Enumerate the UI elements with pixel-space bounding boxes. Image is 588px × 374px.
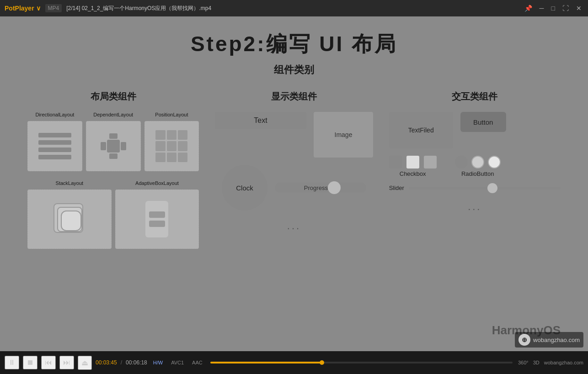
codec-badge: AVC1 [169,359,186,366]
bottom-controls: ⏸ ⏹ ⏮ ⏭ ⏏ 00:03:45 / 00:06:18 H/W AVC1 A… [0,351,588,374]
progress-thumb-bottom [320,360,324,365]
progress-thumb [328,181,341,194]
columns: 布局类组件 DirectionalLayout DependentLayout … [27,90,561,249]
dependent-label: DependentLayout [86,112,141,117]
progress-component: ProgressBar [275,183,366,193]
hw-badge: H/W [151,359,165,366]
dependent-layout-box [86,121,141,171]
bottom-right: 360° 3D wobangzhao.com [518,360,583,365]
section-title: 组件类别 [27,63,561,77]
text-component: Text [215,112,306,129]
wobang-icon: ⊕ [519,334,530,346]
interactive-ellipsis: ··· [468,203,481,215]
right-text3: wobangzhao.com [544,360,583,365]
textfield-component: TextFiled [389,112,453,148]
eject-button[interactable]: ⏏ [78,356,92,370]
time-separator: / [121,359,122,366]
audio-badge: AAC [190,359,205,366]
total-time: 00:06:18 [126,359,147,366]
radio-dark [455,156,468,169]
stop-button[interactable]: ⏹ [23,356,37,369]
right-text1: 360° [518,360,529,365]
radio-light [471,156,484,169]
main-title: Step2:编写 UI 布局 [27,30,561,58]
fullscreen-button[interactable]: ⛶ [561,4,571,13]
close-button[interactable]: ✕ [574,4,583,13]
button-component: Button [460,112,506,132]
text-image-row: Text Image [215,112,373,158]
app-name: PotPlayer [5,5,34,12]
window-controls: 📌 ─ □ ⛶ ✕ [523,4,583,13]
play-pause-button[interactable]: ⏸ [5,356,19,369]
radio-label: RadioButton [461,170,494,177]
dropdown-arrow: ∨ [36,5,41,12]
wobang-text: wobangzhao.com [533,337,580,343]
checkbox-row [389,156,437,169]
adaptive-label: AdaptiveBoxLayout [135,180,179,186]
checkbox-label: Checkbox [400,170,426,177]
title-bar: PotPlayer ∨ MP4 [2/14] 02_1_2_编写一个Harmon… [0,0,588,16]
layout-top-row [27,121,199,171]
checkbox-radio-row: Checkbox RadioButton [389,156,501,177]
clock-progress-row: Clock ProgressBar [222,165,366,211]
slide-content: Step2:编写 UI 布局 组件类别 布局类组件 DirectionalLay… [0,16,588,351]
layout-col-title: 布局类组件 [27,90,199,103]
position-layout-box [144,121,199,171]
filename: [2/14] 02_1_2_编写一个HarmonyOS应用（我帮找网）.mp4 [66,5,518,12]
stack-label: StackLayout [56,180,84,186]
radio-group: RadioButton [455,156,501,177]
slider-track [409,187,561,190]
progress-fill [210,362,322,363]
directional-layout-box [27,121,82,171]
image-component: Image [314,112,373,158]
app-logo[interactable]: PotPlayer ∨ [5,5,41,12]
video-area[interactable]: Step2:编写 UI 布局 组件类别 布局类组件 DirectionalLay… [0,16,588,351]
display-components: Text Image Clock ProgressBar ··· [208,112,380,234]
textfield-button-row: TextFiled Button [389,112,506,148]
checkbox-dark [389,156,402,169]
stack-layout-box [27,190,112,249]
checkbox-mid [424,156,437,169]
interactive-column: 交互类组件 TextFiled Button [389,90,561,249]
slider-label: Slider [389,184,404,191]
radio-white [488,156,501,169]
clock-component: Clock [222,165,267,211]
slider-thumb [487,183,497,193]
pin-button[interactable]: 📌 [523,4,534,13]
right-text2: 3D [533,360,540,365]
adaptive-layout-box [115,190,199,249]
restore-button[interactable]: □ [550,4,557,13]
interactive-components: TextFiled Button Checkbox [389,112,561,215]
slider-row: Slider [389,184,561,191]
checkbox-group: Checkbox [389,156,437,177]
layout-top-labels: DirectionalLayout DependentLayout Positi… [27,112,199,119]
next-button[interactable]: ⏭ [59,356,74,369]
wobang-watermark: ⊕ wobangzhao.com [515,332,583,348]
display-column: 显示类组件 Text Image Clock ProgressBar [208,90,380,249]
minimize-button[interactable]: ─ [538,4,546,13]
checkbox-light [406,156,419,169]
directional-label: DirectionalLayout [27,112,82,117]
prev-button[interactable]: ⏮ [41,356,56,369]
current-time: 00:03:45 [96,359,117,366]
format-badge: MP4 [45,4,62,12]
interactive-col-title: 交互类组件 [389,90,561,103]
display-ellipsis: ··· [287,222,301,234]
bottom-progress-bar[interactable] [210,362,513,363]
display-col-title: 显示类组件 [208,90,380,103]
radio-row [455,156,501,169]
layout-column: 布局类组件 DirectionalLayout DependentLayout … [27,90,199,249]
position-label: PositionLayout [144,112,199,117]
